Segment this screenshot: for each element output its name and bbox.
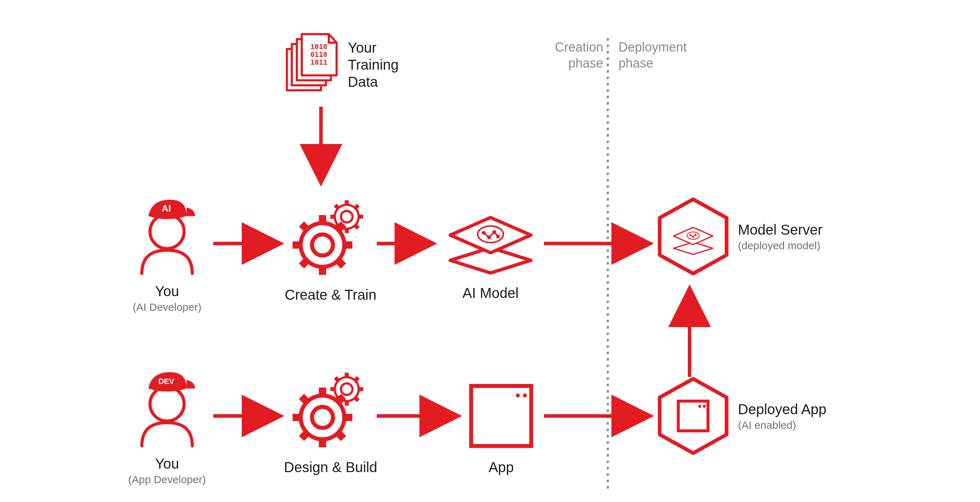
svg-point-64 [516, 394, 520, 397]
svg-point-42 [150, 387, 184, 421]
documents-icon: 1010 0110 1011 [281, 25, 343, 96]
node-app-developer: DEV You (App Developer) [117, 363, 217, 486]
svg-point-69 [703, 405, 706, 408]
svg-point-7 [150, 214, 184, 249]
design-build-label: Design & Build [277, 459, 384, 476]
svg-point-62 [301, 396, 344, 440]
svg-text:0110: 0110 [310, 50, 328, 59]
svg-point-43 [341, 383, 353, 395]
hex-layers-icon [654, 192, 732, 281]
node-design-build: Design & Build [277, 355, 384, 476]
training-data-l2: Training Data [348, 56, 430, 90]
svg-marker-66 [660, 379, 727, 453]
person-dev-icon: DEV [117, 363, 217, 451]
create-train-label: Create & Train [277, 286, 384, 303]
cap-ai-text: AI [162, 203, 171, 214]
svg-point-65 [523, 394, 527, 397]
node-deployed-app: Deployed App (AI enabled) [654, 373, 853, 459]
node-training-data: 1010 0110 1011 Your Training Data [281, 25, 430, 96]
svg-text:1010: 1010 [310, 42, 328, 51]
phase-creation-l1: Creation [555, 40, 603, 54]
hex-app-icon [654, 373, 732, 459]
node-model-server: Model Server (deployed model) [654, 192, 853, 281]
training-data-l1: Your [348, 39, 430, 56]
phase-creation-l2: phase [568, 56, 603, 70]
node-app: App [462, 377, 540, 476]
ai-dev-label: You [117, 283, 217, 300]
phase-deployment: Deployment phase [619, 39, 687, 71]
phase-deployment-l2: phase [619, 56, 653, 70]
phase-creation: Creation phase [555, 39, 603, 71]
node-ai-developer: AI You (AI Developer) [117, 190, 217, 313]
app-dev-label: You [117, 455, 217, 472]
phase-deployment-l1: Deployment [619, 40, 687, 54]
svg-rect-63 [471, 386, 531, 446]
gears-icon-2 [277, 355, 384, 455]
cap-dev-text: DEV [158, 377, 174, 386]
model-server-sublabel: (deployed model) [738, 240, 822, 252]
deployed-app-sublabel: (AI enabled) [738, 419, 826, 431]
diagram-canvas: Creation phase Deployment phase [0, 0, 980, 502]
node-ai-model: AI Model [437, 206, 544, 301]
svg-point-8 [341, 211, 353, 223]
layers-brain-icon [437, 206, 544, 281]
svg-point-53 [312, 407, 333, 428]
svg-point-18 [312, 235, 333, 256]
svg-text:1011: 1011 [310, 58, 328, 67]
svg-point-68 [698, 405, 701, 408]
svg-point-27 [301, 223, 344, 267]
app-label: App [462, 459, 540, 476]
deployed-app-label: Deployed App [738, 401, 826, 418]
gears-icon [277, 183, 384, 283]
model-server-label: Model Server [738, 221, 822, 238]
person-ai-icon: AI [117, 190, 217, 279]
app-window-icon [462, 377, 540, 455]
node-create-train: Create & Train [277, 183, 384, 303]
ai-model-label: AI Model [437, 284, 544, 301]
app-dev-sublabel: (App Developer) [117, 473, 217, 486]
ai-dev-sublabel: (AI Developer) [117, 301, 217, 313]
